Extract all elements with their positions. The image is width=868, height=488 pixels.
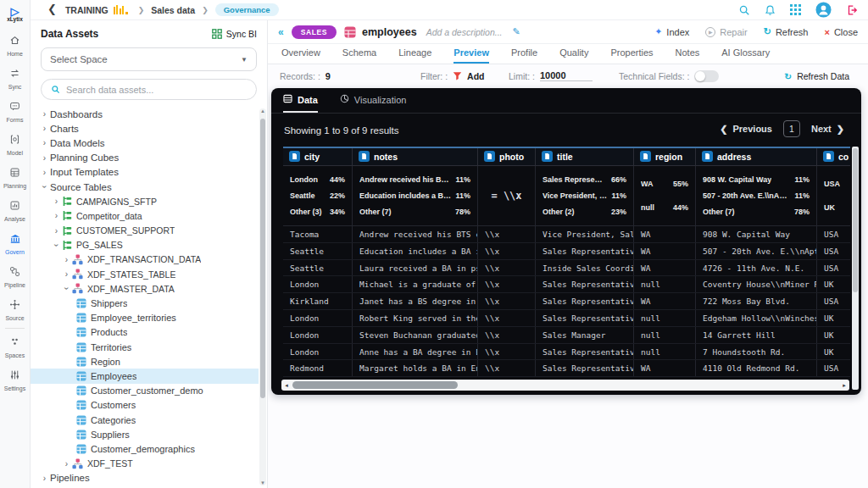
rail-item-source[interactable]: Source xyxy=(0,293,30,326)
chevron-right-icon[interactable]: › xyxy=(51,226,62,236)
scroll-down-icon[interactable]: ▼ xyxy=(259,480,266,485)
assets-scrollbar[interactable]: ▲ ▼ xyxy=(259,108,266,485)
tree-item-xdf-states-table[interactable]: ›XDF_STATES_TABLE xyxy=(31,267,259,281)
previous-page-button[interactable]: ❮Previous xyxy=(720,124,772,135)
tree-item-charts[interactable]: ›Charts xyxy=(31,121,259,136)
column-header-region[interactable]: region xyxy=(634,148,696,166)
table-horizontal-scrollbar[interactable]: ◂ ▸ xyxy=(281,380,849,391)
chevron-right-icon[interactable]: › xyxy=(39,474,50,483)
select-space-dropdown[interactable]: Select Space ▼ xyxy=(41,47,257,71)
tree-item-xdf-test[interactable]: ›XDF_TEST xyxy=(31,457,259,471)
chevron-down-icon[interactable]: › xyxy=(52,240,61,251)
search-data-assets-input[interactable]: Search data assets... xyxy=(41,79,257,100)
tree-item-employees[interactable]: Employees xyxy=(31,369,259,383)
tree-item-xdf-master-data[interactable]: ›XDF_MASTER_DATA xyxy=(31,281,259,296)
tree-item-input-templates[interactable]: ›Input Templates xyxy=(31,165,259,180)
vertical-scrollbar-thumb[interactable] xyxy=(853,148,858,292)
panel-tab-data[interactable]: Data xyxy=(283,88,318,113)
table-vertical-scrollbar[interactable] xyxy=(852,147,859,390)
rail-item-analyse[interactable]: Analyse xyxy=(0,194,30,227)
user-avatar[interactable] xyxy=(815,2,832,18)
tree-item-customer-customer-demo[interactable]: Customer_customer_demo xyxy=(31,384,259,398)
edit-pencil-icon[interactable]: ✎ xyxy=(513,26,520,37)
tree-item-shippers[interactable]: Shippers xyxy=(31,296,259,310)
notifications-bell-icon[interactable] xyxy=(765,4,776,16)
tab-ai-glossary[interactable]: AI Glossary xyxy=(721,47,770,64)
column-header-address[interactable]: address xyxy=(696,148,817,166)
description-placeholder[interactable]: Add a description... xyxy=(426,27,503,37)
chevron-right-icon[interactable]: › xyxy=(61,269,72,279)
breadcrumb-governance-chip[interactable]: Governance xyxy=(215,3,279,16)
chevron-right-icon[interactable]: › xyxy=(61,255,72,264)
scroll-right-icon[interactable]: ▸ xyxy=(839,380,849,391)
repair-button[interactable]: ▶Repair xyxy=(705,27,747,37)
apps-grid-icon[interactable] xyxy=(790,4,801,15)
tree-item-pg-sales[interactable]: ›PG_SALES xyxy=(31,238,259,252)
column-header-photo[interactable]: photo xyxy=(478,148,536,166)
rail-item-planning[interactable]: Planning xyxy=(0,161,30,194)
tree-item-products[interactable]: Products xyxy=(31,325,259,340)
tab-quality[interactable]: Quality xyxy=(559,47,588,64)
limit-input[interactable] xyxy=(540,70,593,81)
scroll-left-icon[interactable]: ◂ xyxy=(281,380,292,391)
tree-item-pipelines[interactable]: ›Pipelines xyxy=(31,471,259,485)
tree-item-campaigns-sftp[interactable]: ›CAMPAIGNS_SFTP xyxy=(31,194,259,208)
rail-item-forms[interactable]: Forms xyxy=(0,95,30,128)
chevron-right-icon[interactable]: › xyxy=(51,211,62,220)
assets-scrollbar-thumb[interactable] xyxy=(260,119,265,398)
tree-item-source-tables[interactable]: ›Source Tables xyxy=(31,180,259,194)
search-icon[interactable] xyxy=(738,4,750,16)
chevron-right-icon[interactable]: › xyxy=(39,138,50,147)
rail-item-pipeline[interactable]: Pipeline xyxy=(0,260,30,293)
tree-item-data-models[interactable]: ›Data Models xyxy=(31,136,259,150)
collapse-panel-icon[interactable]: « xyxy=(278,26,284,38)
rail-item-home[interactable]: Home xyxy=(0,29,30,62)
breadcrumb-project[interactable]: TRAINING xyxy=(65,5,108,15)
app-logo[interactable]: ▷ xLytix xyxy=(0,0,30,29)
tree-item-employee-territories[interactable]: Employee_territories xyxy=(31,311,259,325)
column-header-title[interactable]: title xyxy=(536,148,634,166)
tab-overview[interactable]: Overview xyxy=(281,47,320,64)
refresh-button[interactable]: ↻Refresh xyxy=(764,26,809,37)
close-button[interactable]: ×Close xyxy=(824,27,858,37)
tree-item-region[interactable]: Region xyxy=(31,354,259,369)
tree-item-suppliers[interactable]: Suppliers xyxy=(31,427,259,441)
tab-notes[interactable]: Notes xyxy=(676,47,700,64)
chevron-right-icon[interactable]: › xyxy=(51,197,62,206)
rail-item-spaces[interactable]: Spaces xyxy=(0,330,30,363)
next-page-button[interactable]: Next❯ xyxy=(811,124,844,135)
sales-badge[interactable]: SALES xyxy=(292,25,337,39)
chevron-right-icon[interactable]: › xyxy=(39,124,50,133)
index-button[interactable]: ✦Index xyxy=(654,26,689,37)
tab-lineage[interactable]: Lineage xyxy=(398,47,431,64)
tab-preview[interactable]: Preview xyxy=(453,47,489,64)
chevron-right-icon[interactable]: › xyxy=(61,459,72,469)
column-header-notes[interactable]: notes xyxy=(353,148,478,166)
chevron-down-icon[interactable]: › xyxy=(62,283,71,294)
refresh-data-button[interactable]: ↻ Refresh Data xyxy=(784,64,849,87)
rail-item-govern[interactable]: Govern xyxy=(0,227,30,260)
horizontal-scrollbar-thumb[interactable] xyxy=(292,381,458,389)
tab-schema[interactable]: Schema xyxy=(342,47,376,64)
rail-item-sync[interactable]: Sync xyxy=(0,62,30,95)
rail-item-model[interactable]: Model xyxy=(0,128,30,161)
tree-item-customers[interactable]: Customers xyxy=(31,398,259,413)
tree-item-competitor-data[interactable]: ›Competitor_data xyxy=(31,208,259,223)
tree-item-categories[interactable]: Categories xyxy=(31,413,259,427)
tree-item-customer-support[interactable]: ›CUSTOMER_SUPPORT xyxy=(31,224,259,238)
scroll-up-icon[interactable]: ▲ xyxy=(259,108,266,114)
panel-tab-visualization[interactable]: Visualization xyxy=(340,88,407,113)
tree-item-planning-cubes[interactable]: ›Planning Cubes xyxy=(31,151,259,165)
chevron-right-icon[interactable]: › xyxy=(39,109,50,119)
sync-bi-button[interactable]: Sync BI xyxy=(212,29,257,39)
breadcrumb-dataset[interactable]: Sales data xyxy=(151,5,195,15)
tab-profile[interactable]: Profile xyxy=(511,47,537,64)
technical-fields-toggle[interactable] xyxy=(694,70,719,82)
tab-properties[interactable]: Properties xyxy=(610,47,653,64)
rail-item-settings[interactable]: Settings xyxy=(0,363,30,396)
logout-icon[interactable] xyxy=(846,4,858,16)
column-header-city[interactable]: city xyxy=(283,148,353,166)
chevron-right-icon[interactable]: › xyxy=(39,168,50,177)
tree-item-dashboards[interactable]: ›Dashboards xyxy=(31,107,259,121)
chevron-down-icon[interactable]: › xyxy=(40,181,49,192)
